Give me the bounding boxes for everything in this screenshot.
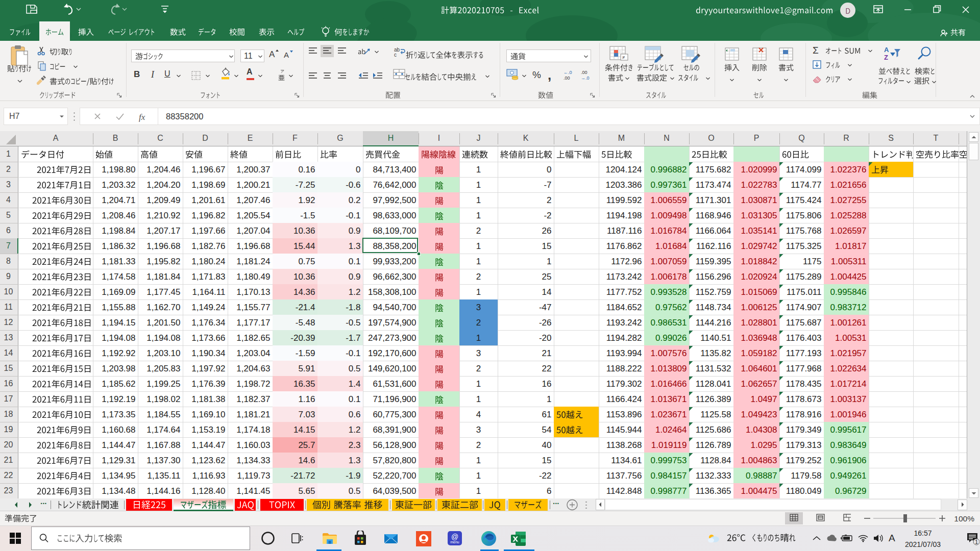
- svg-text:≠: ≠: [622, 55, 625, 60]
- svg-text:.00: .00: [581, 70, 587, 75]
- svg-text:A: A: [884, 46, 889, 54]
- svg-text:.00: .00: [564, 76, 570, 81]
- svg-text:1: 1: [975, 539, 978, 545]
- svg-text:→.0: →.0: [581, 76, 590, 81]
- svg-text:c: c: [394, 52, 397, 57]
- svg-text:Z: Z: [884, 54, 888, 61]
- svg-text:@: @: [451, 533, 458, 541]
- svg-text:fx: fx: [139, 112, 145, 122]
- svg-text:←.0: ←.0: [564, 70, 572, 75]
- svg-text:menu: menu: [450, 540, 459, 544]
